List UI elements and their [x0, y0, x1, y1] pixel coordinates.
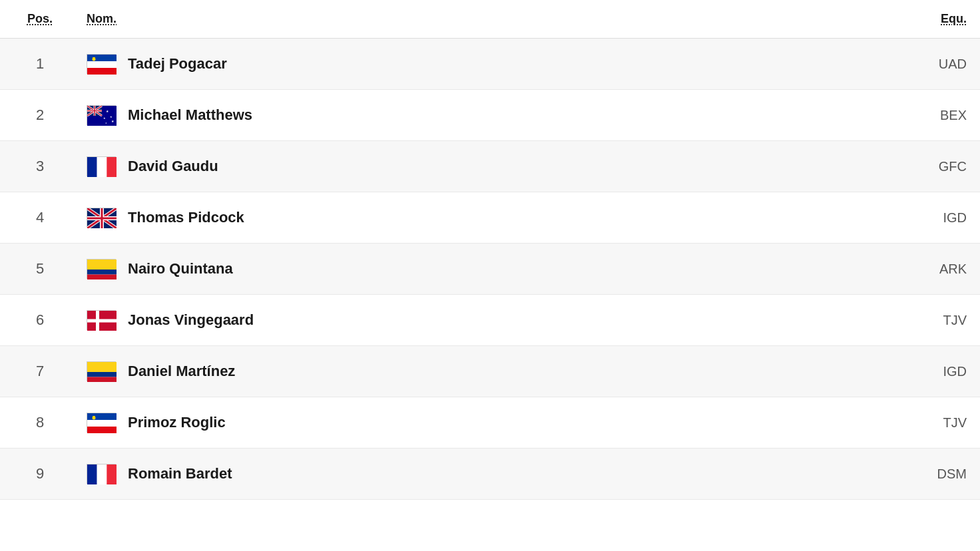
- svg-rect-43: [87, 427, 117, 433]
- name-cell: Primoz Roglic: [80, 413, 900, 433]
- header-pos: Pos.: [0, 12, 80, 26]
- position-cell: 5: [0, 260, 80, 277]
- rider-name: David Gaudu: [128, 158, 218, 175]
- svg-rect-46: [87, 464, 97, 484]
- flag-icon: [87, 413, 116, 433]
- table-row: 9 Romain Bardet DSM: [0, 449, 980, 500]
- rider-name: Jonas Vingegaard: [128, 311, 254, 329]
- position-cell: 7: [0, 363, 80, 380]
- position-cell: 2: [0, 106, 80, 124]
- svg-text:★: ★: [105, 122, 107, 124]
- svg-rect-34: [87, 275, 117, 280]
- flag-icon: [87, 361, 116, 381]
- table-body: 1 Tadej Pogacar UAD 2 ★: [0, 39, 980, 500]
- rider-name: Tadej Pogacar: [128, 55, 227, 73]
- svg-rect-39: [87, 372, 117, 377]
- svg-rect-20: [87, 157, 97, 177]
- svg-rect-32: [87, 260, 117, 270]
- table-row: 6 Jonas Vingegaard TJV: [0, 295, 980, 346]
- name-cell: David Gaudu: [80, 156, 900, 176]
- rider-name: Nairo Quintana: [128, 260, 233, 277]
- svg-point-45: [93, 417, 96, 420]
- table-header: Pos. Nom. Equ.: [0, 0, 980, 39]
- svg-rect-42: [87, 420, 117, 427]
- svg-rect-2: [87, 68, 117, 75]
- header-name: Nom.: [80, 12, 900, 26]
- team-cell: IGD: [900, 210, 980, 226]
- position-cell: 3: [0, 158, 80, 175]
- name-cell: Romain Bardet: [80, 464, 900, 484]
- team-cell: UAD: [900, 57, 980, 72]
- svg-rect-38: [87, 362, 117, 372]
- svg-rect-47: [97, 464, 107, 484]
- svg-rect-37: [87, 319, 117, 323]
- name-cell: Thomas Pidcock: [80, 208, 900, 228]
- results-table: Pos. Nom. Equ. 1 Tadej Pogacar UAD 2: [0, 0, 980, 551]
- flag-icon: [87, 464, 116, 484]
- team-cell: GFC: [900, 159, 980, 174]
- svg-rect-21: [97, 157, 107, 177]
- svg-rect-41: [87, 413, 117, 420]
- position-cell: 1: [0, 55, 80, 73]
- flag-icon: [87, 310, 116, 330]
- name-cell: ★ ★ ★ ★ ★ Michael Matthews: [80, 105, 900, 125]
- flag-icon: [87, 259, 116, 279]
- header-team: Equ.: [900, 12, 980, 26]
- svg-point-4: [93, 58, 96, 61]
- table-row: 3 David Gaudu GFC: [0, 141, 980, 192]
- position-cell: 9: [0, 465, 80, 482]
- flag-icon: [87, 54, 116, 74]
- flag-icon: [87, 208, 116, 228]
- svg-rect-31: [87, 218, 117, 220]
- position-cell: 8: [0, 414, 80, 431]
- table-row: 1 Tadej Pogacar UAD: [0, 39, 980, 90]
- rider-name: Daniel Martínez: [128, 363, 235, 380]
- team-cell: BEX: [900, 108, 980, 123]
- team-cell: DSM: [900, 466, 980, 482]
- position-cell: 6: [0, 311, 80, 329]
- name-cell: Nairo Quintana: [80, 259, 900, 279]
- svg-rect-1: [87, 61, 117, 68]
- svg-rect-0: [87, 55, 117, 61]
- svg-text:★: ★: [103, 116, 106, 120]
- rider-name: Michael Matthews: [128, 106, 252, 124]
- svg-text:★: ★: [110, 115, 113, 118]
- table-row: 2 ★ ★ ★ ★ ★ Michael Matthews BEX: [0, 90, 980, 141]
- table-row: 8 Primoz Roglic TJV: [0, 397, 980, 449]
- team-cell: TJV: [900, 313, 980, 328]
- svg-rect-48: [107, 464, 117, 484]
- table-row: 4 Thomas Pidcock IGD: [0, 192, 980, 244]
- team-cell: IGD: [900, 364, 980, 379]
- table-row: 7 Daniel Martínez IGD: [0, 346, 980, 397]
- name-cell: Tadej Pogacar: [80, 54, 900, 74]
- team-cell: TJV: [900, 415, 980, 431]
- svg-rect-40: [87, 377, 117, 383]
- svg-rect-22: [107, 157, 117, 177]
- table-row: 5 Nairo Quintana ARK: [0, 244, 980, 295]
- team-cell: ARK: [900, 262, 980, 277]
- position-cell: 4: [0, 209, 80, 226]
- flag-icon: [87, 156, 116, 176]
- rider-name: Romain Bardet: [128, 465, 232, 482]
- name-cell: Daniel Martínez: [80, 361, 900, 381]
- rider-name: Thomas Pidcock: [128, 209, 244, 226]
- svg-rect-33: [87, 270, 117, 275]
- name-cell: Jonas Vingegaard: [80, 310, 900, 330]
- rider-name: Primoz Roglic: [128, 414, 226, 431]
- flag-icon: ★ ★ ★ ★ ★: [87, 105, 116, 125]
